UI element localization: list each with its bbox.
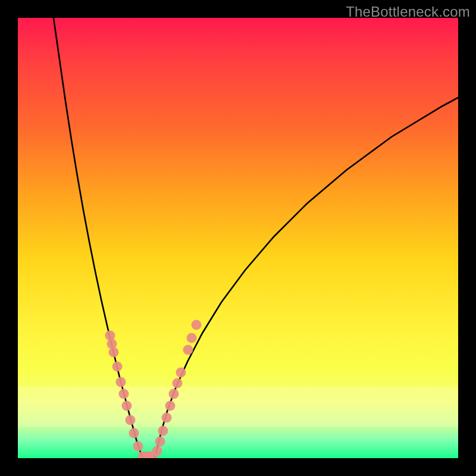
highlight-dot: [158, 426, 168, 436]
chart-svg: [18, 18, 458, 458]
highlight-dot: [129, 428, 139, 439]
right-curve: [155, 98, 458, 458]
highlight-dot: [105, 331, 115, 341]
highlight-dot: [112, 362, 123, 372]
highlight-dot: [192, 320, 202, 330]
highlight-dot: [119, 389, 129, 399]
highlight-dot: [187, 333, 197, 343]
highlight-dot: [155, 437, 165, 447]
left-curve: [54, 18, 143, 458]
highlight-dot: [176, 368, 186, 378]
highlight-dot: [126, 415, 136, 425]
watermark-text: TheBottleneck.com: [346, 4, 470, 20]
highlight-dot: [133, 441, 143, 452]
highlight-dot: [169, 389, 179, 399]
highlight-dot: [152, 446, 162, 456]
highlight-dot: [107, 339, 117, 349]
highlight-dot: [122, 401, 132, 411]
highlight-dot: [165, 401, 176, 411]
highlight-dot: [109, 347, 119, 358]
highlight-dot: [116, 377, 126, 387]
chart-plot-area: [18, 18, 458, 458]
highlight-dots: [105, 320, 202, 459]
highlight-dot: [183, 345, 193, 355]
highlight-dot: [162, 413, 172, 423]
highlight-dot: [173, 378, 183, 389]
